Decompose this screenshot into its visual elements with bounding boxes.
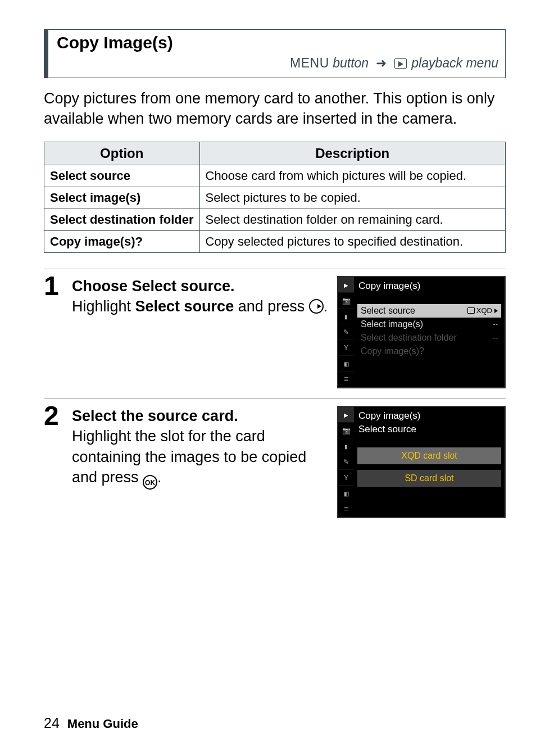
tab-setup-icon bbox=[338, 470, 354, 486]
screenshot-step2: Copy image(s) Select source XQD card slo… bbox=[337, 406, 506, 518]
desc-cell: Select pictures to be copied. bbox=[199, 187, 506, 209]
tab-retouch-icon bbox=[338, 356, 354, 372]
step-body-post: and press bbox=[234, 298, 309, 315]
step-text: Select the source card. Highlight the sl… bbox=[72, 406, 328, 490]
period: . bbox=[157, 469, 162, 486]
period: . bbox=[324, 298, 328, 315]
menu-item-label: Copy image(s)? bbox=[361, 346, 424, 356]
page-footer: 24 Menu Guide bbox=[44, 715, 506, 756]
menu-word: MENU bbox=[290, 56, 329, 70]
step-number: 1 bbox=[44, 273, 63, 300]
opt-cell: Copy image(s)? bbox=[44, 230, 200, 252]
tab-pencil-icon bbox=[338, 454, 354, 470]
step-2: 2 Select the source card. Highlight the … bbox=[44, 399, 506, 518]
step-number: 2 bbox=[44, 402, 63, 429]
opt-cell: Select source bbox=[44, 165, 200, 187]
chevron-right-icon bbox=[494, 309, 498, 313]
tab-movie-icon bbox=[338, 309, 354, 324]
intro-paragraph: Copy pictures from one memory card to an… bbox=[44, 88, 506, 129]
tab-setup-icon bbox=[338, 340, 354, 356]
camshot-title: Copy image(s) bbox=[358, 280, 501, 292]
step-title: Select the source card. bbox=[72, 408, 238, 424]
screenshot-step1: Copy image(s) Select source XQD Select i… bbox=[337, 276, 506, 388]
card-icon bbox=[467, 307, 475, 314]
menu-item-select-images: Select image(s) -- bbox=[357, 318, 501, 331]
tab-playback-icon bbox=[338, 407, 354, 423]
multi-selector-right-icon bbox=[309, 299, 324, 314]
step-body-bold: Select source bbox=[135, 298, 234, 315]
desc-cell: Copy selected pictures to specified dest… bbox=[199, 230, 506, 252]
options-table: Option Description Select source Choose … bbox=[44, 142, 506, 253]
menu-item-label: Select source bbox=[361, 306, 415, 316]
tab-camera-icon bbox=[338, 423, 354, 438]
tab-camera-icon bbox=[338, 293, 354, 309]
page-number: 24 bbox=[44, 715, 60, 731]
slot-sd: SD card slot bbox=[357, 470, 501, 487]
camshot-title: Copy image(s) bbox=[358, 410, 501, 422]
desc-cell: Choose card from which pictures will be … bbox=[199, 165, 506, 187]
button-word: button bbox=[333, 56, 369, 70]
menu-item-value: XQD bbox=[467, 306, 498, 315]
ok-button-icon: OK bbox=[143, 475, 157, 490]
step-title: Choose Select source. bbox=[72, 278, 235, 295]
desc-cell: Select destination folder on remaining c… bbox=[199, 209, 506, 230]
menu-item-label: Select image(s) bbox=[361, 319, 423, 329]
table-row: Select destination folder Select destina… bbox=[44, 209, 506, 230]
heading-breadcrumb: MENU button ➜ playback menu bbox=[57, 53, 505, 74]
menu-item-label: Select destination folder bbox=[361, 333, 457, 343]
step-text: Choose Select source. Highlight Select s… bbox=[72, 276, 328, 317]
tab-mymenu-icon bbox=[338, 501, 354, 517]
footer-label: Menu Guide bbox=[67, 717, 138, 731]
step-body-pre: Highlight bbox=[72, 298, 135, 315]
table-row: Select image(s) Select pictures to be co… bbox=[44, 187, 506, 209]
step-1: 1 Choose Select source. Highlight Select… bbox=[44, 269, 506, 388]
tab-playback-icon bbox=[338, 277, 354, 293]
menu-item-select-source: Select source XQD bbox=[357, 304, 501, 318]
step-body: Highlight the slot for the card containi… bbox=[72, 428, 306, 486]
menu-item-value: -- bbox=[493, 333, 498, 342]
camshot-subtitle: Select source bbox=[358, 424, 501, 435]
menu-item-dest-folder: Select destination folder -- bbox=[357, 331, 501, 345]
col-description: Description bbox=[199, 142, 506, 165]
tab-pencil-icon bbox=[338, 324, 354, 340]
tab-mymenu-icon bbox=[338, 372, 354, 387]
menu-item-copy-q: Copy image(s)? bbox=[357, 345, 501, 358]
table-row: Copy image(s)? Copy selected pictures to… bbox=[44, 230, 506, 252]
opt-cell: Select destination folder bbox=[44, 209, 200, 230]
slot-xqd: XQD card slot bbox=[357, 447, 501, 464]
step-body-pre: Highlight the slot for the card containi… bbox=[72, 428, 306, 486]
tab-retouch-icon bbox=[338, 486, 354, 501]
col-option: Option bbox=[44, 142, 200, 165]
menu-item-value: -- bbox=[493, 320, 498, 328]
breadcrumb-tail: playback menu bbox=[411, 56, 498, 70]
table-row: Select source Choose card from which pic… bbox=[44, 165, 506, 187]
section-heading: Copy Image(s) MENU button ➜ playback men… bbox=[44, 29, 506, 78]
arrow-right-icon: ➜ bbox=[376, 56, 387, 70]
tab-movie-icon bbox=[338, 438, 354, 454]
playback-icon bbox=[394, 58, 407, 69]
step-body: Highlight Select source and press . bbox=[72, 298, 328, 315]
opt-cell: Select image(s) bbox=[44, 187, 200, 209]
heading-title: Copy Image(s) bbox=[57, 33, 505, 52]
